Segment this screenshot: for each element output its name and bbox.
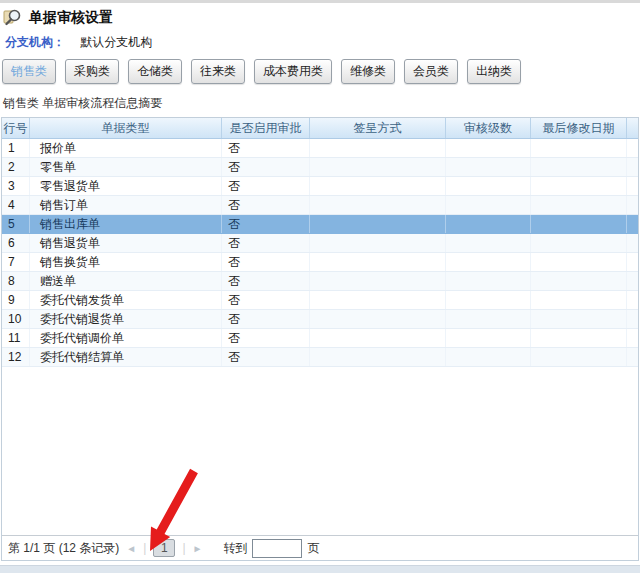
pager-divider: | <box>182 541 185 555</box>
table-row[interactable]: 3零售退货单否 <box>2 177 638 196</box>
category-tab[interactable]: 成本费用类 <box>254 59 332 84</box>
current-page-badge[interactable]: 1 <box>153 539 175 557</box>
cell-no: 6 <box>2 234 30 252</box>
table-row[interactable]: 8赠送单否 <box>2 272 638 291</box>
cell-approve: 否 <box>222 272 310 290</box>
cell-type: 委托代销发货单 <box>30 291 222 309</box>
window-bottom-edge <box>0 565 640 573</box>
column-header[interactable]: 审核级数 <box>446 118 531 138</box>
cell-modified <box>531 348 627 366</box>
cell-sign <box>310 253 446 271</box>
cell-modified <box>531 215 627 233</box>
cell-modified <box>531 253 627 271</box>
cell-sign <box>310 158 446 176</box>
category-tab[interactable]: 采购类 <box>65 59 119 84</box>
cell-approve: 否 <box>222 177 310 195</box>
cell-sign <box>310 348 446 366</box>
pagination-info: 第 1/1 页 (12 条记录) <box>8 540 119 557</box>
table-row[interactable]: 2零售单否 <box>2 158 638 177</box>
cell-sign <box>310 234 446 252</box>
cell-sign <box>310 272 446 290</box>
cell-levels <box>446 272 531 290</box>
cell-filler <box>627 139 638 157</box>
cell-approve: 否 <box>222 291 310 309</box>
cell-filler <box>627 291 638 309</box>
cell-approve: 否 <box>222 158 310 176</box>
cell-no: 1 <box>2 139 30 157</box>
cell-no: 5 <box>2 215 30 233</box>
table-row[interactable]: 10委托代销退货单否 <box>2 310 638 329</box>
table-row[interactable]: 1报价单否 <box>2 139 638 158</box>
cell-filler <box>627 310 638 328</box>
cell-no: 9 <box>2 291 30 309</box>
category-tabs: 销售类采购类仓储类往来类成本费用类维修类会员类出纳类 <box>0 56 640 89</box>
table-row[interactable]: 11委托代销调价单否 <box>2 329 638 348</box>
cell-levels <box>446 291 531 309</box>
category-tab[interactable]: 仓储类 <box>128 59 182 84</box>
goto-label: 转到 <box>223 540 247 557</box>
cell-modified <box>531 272 627 290</box>
cell-levels <box>446 158 531 176</box>
cell-sign <box>310 139 446 157</box>
cell-levels <box>446 177 531 195</box>
cell-modified <box>531 196 627 214</box>
column-header[interactable]: 最后修改日期 <box>531 118 627 138</box>
grid-summary-caption: 销售类 单据审核流程信息摘要 <box>0 89 640 117</box>
cell-no: 4 <box>2 196 30 214</box>
table-row[interactable]: 4销售订单否 <box>2 196 638 215</box>
audit-settings-window: 单据审核设置 分支机构： 默认分支机构 销售类采购类仓储类往来类成本费用类维修类… <box>0 0 640 573</box>
cell-filler <box>627 348 638 366</box>
table-row[interactable]: 6销售退货单否 <box>2 234 638 253</box>
cell-modified <box>531 139 627 157</box>
cell-no: 10 <box>2 310 30 328</box>
cell-no: 8 <box>2 272 30 290</box>
cell-approve: 否 <box>222 329 310 347</box>
cell-filler <box>627 177 638 195</box>
cell-no: 11 <box>2 329 30 347</box>
table-row[interactable]: 12委托代销结算单否 <box>2 348 638 367</box>
page-title: 单据审核设置 <box>29 9 113 27</box>
table-row[interactable]: 9委托代销发货单否 <box>2 291 638 310</box>
cell-sign <box>310 177 446 195</box>
cell-sign <box>310 215 446 233</box>
table-row[interactable]: 5销售出库单否 <box>2 215 638 234</box>
category-tab[interactable]: 往来类 <box>191 59 245 84</box>
column-header-filler <box>627 118 638 138</box>
category-tab[interactable]: 会员类 <box>404 59 458 84</box>
cell-modified <box>531 310 627 328</box>
cell-levels <box>446 234 531 252</box>
prev-page-icon[interactable]: ◄ <box>126 543 136 554</box>
cell-filler <box>627 158 638 176</box>
category-tab[interactable]: 维修类 <box>341 59 395 84</box>
next-page-icon[interactable]: ► <box>193 543 203 554</box>
cell-levels <box>446 329 531 347</box>
category-tab[interactable]: 销售类 <box>2 59 56 84</box>
cell-levels <box>446 139 531 157</box>
cell-approve: 否 <box>222 234 310 252</box>
pager-divider: | <box>143 541 146 555</box>
cell-filler <box>627 272 638 290</box>
cell-type: 销售换货单 <box>30 253 222 271</box>
cell-type: 委托代销结算单 <box>30 348 222 366</box>
cell-levels <box>446 348 531 366</box>
category-tab[interactable]: 出纳类 <box>467 59 521 84</box>
column-header[interactable]: 行号 <box>2 118 30 138</box>
cell-approve: 否 <box>222 215 310 233</box>
cell-approve: 否 <box>222 196 310 214</box>
cell-filler <box>627 234 638 252</box>
column-header[interactable]: 是否启用审批 <box>222 118 310 138</box>
cell-filler <box>627 196 638 214</box>
column-header[interactable]: 签呈方式 <box>310 118 446 138</box>
cell-sign <box>310 291 446 309</box>
cell-no: 2 <box>2 158 30 176</box>
cell-type: 销售出库单 <box>30 215 222 233</box>
column-header[interactable]: 单据类型 <box>30 118 222 138</box>
table-row[interactable]: 7销售换货单否 <box>2 253 638 272</box>
cell-sign <box>310 196 446 214</box>
cell-filler <box>627 329 638 347</box>
cell-levels <box>446 215 531 233</box>
cell-filler <box>627 253 638 271</box>
cell-type: 销售订单 <box>30 196 222 214</box>
goto-page-group: 转到 页 <box>223 539 319 558</box>
goto-page-input[interactable] <box>252 539 302 558</box>
